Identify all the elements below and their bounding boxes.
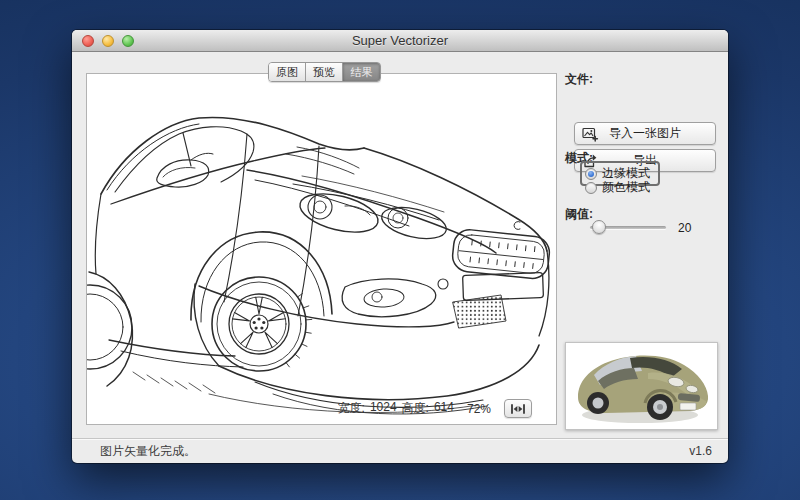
height-label: 高度: — [402, 400, 429, 417]
titlebar[interactable]: Super Vectorizer — [72, 30, 728, 52]
image-info-bar: 宽度: 1024 高度: 614 72% — [338, 399, 532, 418]
result-canvas: 宽度: 1024 高度: 614 72% — [86, 73, 557, 425]
tab-original[interactable]: 原图 — [269, 63, 306, 81]
slider-thumb[interactable] — [592, 220, 606, 234]
zoom-percent: 72% — [467, 402, 491, 416]
vectorized-car-image — [87, 74, 556, 424]
height-value: 614 — [434, 400, 454, 417]
status-bar: 图片矢量化完成。 v1.6 — [72, 438, 728, 463]
threshold-value: 20 — [678, 221, 691, 235]
fit-to-window-icon — [511, 404, 525, 414]
status-message: 图片矢量化完成。 — [100, 443, 196, 460]
radio-color-mode-label: 颜色模式 — [602, 179, 650, 196]
width-label: 宽度: — [338, 400, 365, 417]
window-title: Super Vectorizer — [72, 30, 728, 52]
image-add-icon — [582, 126, 599, 146]
view-tabs: 原图 预览 结果 — [268, 62, 381, 82]
fit-to-window-button[interactable] — [504, 399, 532, 418]
original-image-thumbnail — [565, 342, 718, 430]
import-image-button[interactable]: 导入一张图片 — [574, 122, 716, 145]
threshold-control: 20 — [590, 220, 691, 235]
minimize-button[interactable] — [102, 35, 114, 47]
desktop: Super Vectorizer — [0, 0, 800, 500]
radio-color-mode[interactable]: 颜色模式 — [585, 179, 650, 196]
close-button[interactable] — [82, 35, 94, 47]
zoom-window-button[interactable] — [122, 35, 134, 47]
app-window: Super Vectorizer — [72, 30, 728, 463]
tab-preview[interactable]: 预览 — [306, 63, 343, 81]
file-section-label: 文件: — [565, 71, 593, 88]
threshold-section-label: 阈值: — [565, 206, 593, 223]
original-car-photo — [568, 345, 715, 427]
threshold-slider[interactable] — [590, 220, 666, 235]
radio-unselected-icon — [585, 182, 597, 194]
width-value: 1024 — [370, 400, 397, 417]
tab-result[interactable]: 结果 — [343, 63, 380, 81]
radio-selected-icon — [585, 168, 597, 180]
image-dimensions: 宽度: 1024 高度: 614 — [338, 400, 454, 417]
version-label: v1.6 — [689, 444, 712, 458]
